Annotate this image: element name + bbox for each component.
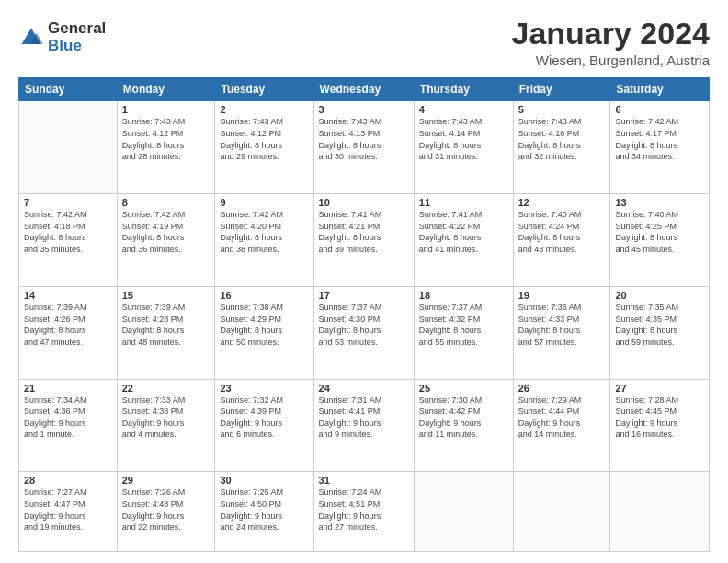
calendar-cell	[414, 472, 513, 552]
weekday-header-row: Sunday Monday Tuesday Wednesday Thursday…	[19, 78, 710, 101]
day-detail: Sunrise: 7:25 AMSunset: 4:50 PMDaylight:…	[220, 487, 308, 533]
day-detail: Sunrise: 7:27 AMSunset: 4:47 PMDaylight:…	[24, 487, 112, 533]
week-row-2: 7Sunrise: 7:42 AMSunset: 4:18 PMDaylight…	[19, 194, 710, 287]
title-block: January 2024 Wiesen, Burgenland, Austria	[512, 17, 711, 68]
week-row-5: 28Sunrise: 7:27 AMSunset: 4:47 PMDayligh…	[19, 472, 710, 552]
logo-blue-text: Blue	[48, 38, 106, 55]
day-detail: Sunrise: 7:40 AMSunset: 4:25 PMDaylight:…	[615, 209, 704, 255]
week-row-1: 1Sunrise: 7:43 AMSunset: 4:12 PMDaylight…	[19, 101, 710, 194]
calendar-table: Sunday Monday Tuesday Wednesday Thursday…	[18, 77, 710, 552]
day-detail: Sunrise: 7:36 AMSunset: 4:33 PMDaylight:…	[518, 302, 606, 348]
calendar-cell: 29Sunrise: 7:26 AMSunset: 4:48 PMDayligh…	[117, 472, 215, 552]
calendar-cell: 3Sunrise: 7:43 AMSunset: 4:13 PMDaylight…	[313, 101, 414, 194]
calendar-cell: 10Sunrise: 7:41 AMSunset: 4:21 PMDayligh…	[313, 194, 414, 287]
day-number: 6	[615, 104, 704, 115]
month-title: January 2024	[512, 17, 711, 51]
header-wednesday: Wednesday	[313, 78, 414, 101]
day-detail: Sunrise: 7:43 AMSunset: 4:13 PMDaylight:…	[319, 116, 409, 162]
calendar-cell: 27Sunrise: 7:28 AMSunset: 4:45 PMDayligh…	[610, 379, 710, 472]
day-number: 27	[615, 383, 704, 394]
day-detail: Sunrise: 7:41 AMSunset: 4:22 PMDaylight:…	[419, 209, 508, 255]
day-number: 10	[319, 197, 409, 208]
day-number: 22	[122, 383, 210, 394]
day-number: 16	[220, 290, 308, 301]
day-number: 26	[518, 383, 606, 394]
day-number: 15	[122, 290, 210, 301]
day-number: 2	[220, 104, 308, 115]
day-detail: Sunrise: 7:33 AMSunset: 4:38 PMDaylight:…	[122, 395, 210, 441]
calendar-cell: 22Sunrise: 7:33 AMSunset: 4:38 PMDayligh…	[117, 379, 215, 472]
calendar-cell	[19, 101, 118, 194]
day-detail: Sunrise: 7:42 AMSunset: 4:18 PMDaylight:…	[24, 209, 112, 255]
day-detail: Sunrise: 7:26 AMSunset: 4:48 PMDaylight:…	[122, 487, 210, 533]
calendar-cell: 6Sunrise: 7:42 AMSunset: 4:17 PMDaylight…	[610, 101, 710, 194]
day-detail: Sunrise: 7:39 AMSunset: 4:26 PMDaylight:…	[24, 302, 112, 348]
day-detail: Sunrise: 7:41 AMSunset: 4:21 PMDaylight:…	[319, 209, 409, 255]
logo-general-text: General	[48, 20, 106, 38]
calendar-cell: 2Sunrise: 7:43 AMSunset: 4:12 PMDaylight…	[215, 101, 313, 194]
calendar-cell: 15Sunrise: 7:39 AMSunset: 4:28 PMDayligh…	[117, 286, 215, 379]
day-number: 23	[220, 383, 308, 394]
calendar-cell: 9Sunrise: 7:42 AMSunset: 4:20 PMDaylight…	[215, 194, 313, 287]
day-detail: Sunrise: 7:34 AMSunset: 4:36 PMDaylight:…	[24, 395, 112, 441]
day-number: 1	[122, 104, 210, 115]
calendar-cell	[610, 472, 710, 552]
day-number: 18	[419, 290, 508, 301]
calendar-cell: 5Sunrise: 7:43 AMSunset: 4:16 PMDaylight…	[513, 101, 610, 194]
day-detail: Sunrise: 7:24 AMSunset: 4:51 PMDaylight:…	[319, 487, 409, 533]
day-number: 30	[220, 475, 308, 486]
day-number: 5	[518, 104, 606, 115]
day-number: 12	[518, 197, 606, 208]
day-number: 13	[615, 197, 704, 208]
calendar-cell: 7Sunrise: 7:42 AMSunset: 4:18 PMDaylight…	[19, 194, 118, 287]
day-number: 3	[319, 104, 409, 115]
day-number: 9	[220, 197, 308, 208]
calendar-cell: 21Sunrise: 7:34 AMSunset: 4:36 PMDayligh…	[19, 379, 118, 472]
day-number: 25	[419, 383, 508, 394]
calendar-cell: 4Sunrise: 7:43 AMSunset: 4:14 PMDaylight…	[414, 101, 513, 194]
header: General Blue January 2024 Wiesen, Burgen…	[18, 17, 710, 68]
calendar-cell: 16Sunrise: 7:38 AMSunset: 4:29 PMDayligh…	[215, 286, 313, 379]
calendar-cell: 23Sunrise: 7:32 AMSunset: 4:39 PMDayligh…	[215, 379, 313, 472]
location-title: Wiesen, Burgenland, Austria	[512, 52, 711, 68]
logo-icon	[18, 25, 44, 51]
day-detail: Sunrise: 7:31 AMSunset: 4:41 PMDaylight:…	[319, 395, 409, 441]
day-number: 31	[319, 475, 409, 486]
day-number: 17	[319, 290, 409, 301]
calendar-cell: 25Sunrise: 7:30 AMSunset: 4:42 PMDayligh…	[414, 379, 513, 472]
day-detail: Sunrise: 7:39 AMSunset: 4:28 PMDaylight:…	[122, 302, 210, 348]
day-detail: Sunrise: 7:29 AMSunset: 4:44 PMDaylight:…	[518, 395, 606, 441]
header-monday: Monday	[117, 78, 215, 101]
day-detail: Sunrise: 7:28 AMSunset: 4:45 PMDaylight:…	[615, 395, 704, 441]
calendar-cell: 14Sunrise: 7:39 AMSunset: 4:26 PMDayligh…	[19, 286, 118, 379]
day-number: 21	[24, 383, 112, 394]
week-row-4: 21Sunrise: 7:34 AMSunset: 4:36 PMDayligh…	[19, 379, 710, 472]
day-detail: Sunrise: 7:32 AMSunset: 4:39 PMDaylight:…	[220, 395, 308, 441]
day-detail: Sunrise: 7:37 AMSunset: 4:32 PMDaylight:…	[419, 302, 508, 348]
day-number: 29	[122, 475, 210, 486]
day-number: 7	[24, 197, 112, 208]
calendar-cell: 28Sunrise: 7:27 AMSunset: 4:47 PMDayligh…	[19, 472, 118, 552]
day-detail: Sunrise: 7:38 AMSunset: 4:29 PMDaylight:…	[220, 302, 308, 348]
day-number: 24	[319, 383, 409, 394]
calendar-cell: 30Sunrise: 7:25 AMSunset: 4:50 PMDayligh…	[215, 472, 313, 552]
day-detail: Sunrise: 7:43 AMSunset: 4:14 PMDaylight:…	[419, 116, 508, 162]
calendar-cell: 18Sunrise: 7:37 AMSunset: 4:32 PMDayligh…	[414, 286, 513, 379]
day-number: 14	[24, 290, 112, 301]
day-detail: Sunrise: 7:43 AMSunset: 4:12 PMDaylight:…	[122, 116, 210, 162]
calendar-cell: 19Sunrise: 7:36 AMSunset: 4:33 PMDayligh…	[513, 286, 610, 379]
day-detail: Sunrise: 7:42 AMSunset: 4:17 PMDaylight:…	[615, 116, 704, 162]
day-number: 28	[24, 475, 112, 486]
calendar-cell: 8Sunrise: 7:42 AMSunset: 4:19 PMDaylight…	[117, 194, 215, 287]
calendar-cell: 26Sunrise: 7:29 AMSunset: 4:44 PMDayligh…	[513, 379, 610, 472]
calendar-cell: 17Sunrise: 7:37 AMSunset: 4:30 PMDayligh…	[313, 286, 414, 379]
calendar-cell: 20Sunrise: 7:35 AMSunset: 4:35 PMDayligh…	[610, 286, 710, 379]
logo: General Blue	[18, 20, 106, 54]
calendar-cell: 1Sunrise: 7:43 AMSunset: 4:12 PMDaylight…	[117, 101, 215, 194]
calendar-cell: 11Sunrise: 7:41 AMSunset: 4:22 PMDayligh…	[414, 194, 513, 287]
day-detail: Sunrise: 7:40 AMSunset: 4:24 PMDaylight:…	[518, 209, 606, 255]
day-number: 11	[419, 197, 508, 208]
day-detail: Sunrise: 7:43 AMSunset: 4:16 PMDaylight:…	[518, 116, 606, 162]
header-tuesday: Tuesday	[215, 78, 313, 101]
calendar-cell: 13Sunrise: 7:40 AMSunset: 4:25 PMDayligh…	[610, 194, 710, 287]
